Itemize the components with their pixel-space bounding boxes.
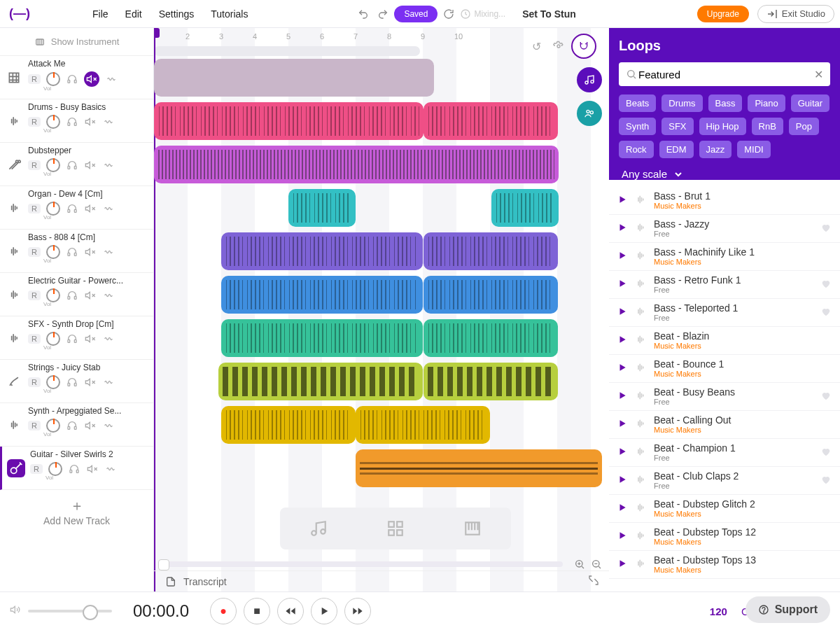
audio-clip[interactable] [356,449,602,487]
track-arm-button[interactable]: R [28,377,41,387]
track-row[interactable]: Bass - 808 4 [Cm] R Vol [0,230,153,273]
track-row[interactable]: Attack Me R Vol [0,56,153,99]
track-arm-button[interactable]: R [28,421,41,430]
track-volume-knob[interactable] [46,72,60,86]
audio-clip[interactable] [288,189,356,227]
track-volume-knob[interactable] [46,419,60,433]
menu-edit[interactable]: Edit [125,8,142,20]
track-row[interactable]: Drums - Busy Basics R Vol [0,99,153,143]
loop-item[interactable]: Bass - Machinify Like 1 Music Makers [609,243,840,271]
upgrade-button[interactable]: Upgrade [697,6,749,22]
tempo[interactable]: 120 [710,606,727,617]
track-volume-knob[interactable] [46,245,60,259]
loop-play-icon[interactable] [617,363,627,374]
loop-item[interactable]: Bass - Retro Funk 1 Free [609,271,840,299]
editor-piano-icon[interactable] [458,514,486,542]
audio-clip[interactable] [221,232,423,270]
loop-item[interactable]: Beat - Dubstep Glitch 2 Music Makers [609,495,840,523]
track-solo-icon[interactable] [66,202,78,215]
category-chip[interactable]: Rock [619,141,654,158]
track-fx-icon[interactable] [102,419,115,432]
category-chip[interactable]: Pop [789,118,819,135]
track-mute-icon[interactable] [84,332,97,345]
audio-clip[interactable] [424,276,558,314]
loop-item[interactable]: Beat - Blazin Music Makers [609,327,840,355]
favorite-icon[interactable] [820,222,832,236]
audio-clip[interactable] [424,319,558,357]
undo-icon[interactable] [355,6,372,22]
track-arm-button[interactable]: R [28,74,41,84]
category-chip[interactable]: Bass [708,94,743,112]
track-solo-icon[interactable] [66,159,78,172]
track-arm-button[interactable]: R [28,334,41,344]
loop-item[interactable]: Beat - Champion 1 Free [609,439,840,467]
loop-play-icon[interactable] [617,251,627,262]
track-row[interactable]: Organ - Dew 4 [Cm] R Vol [0,186,153,230]
loop-play-icon[interactable] [617,419,627,430]
track-mute-icon[interactable] [84,419,97,432]
master-volume-slider[interactable] [28,610,112,612]
rewind-button[interactable] [277,598,304,624]
track-fx-icon[interactable] [102,159,115,172]
audio-clip[interactable] [154,102,424,140]
track-arm-button[interactable]: R [28,290,41,300]
add-track-button[interactable]: ＋ Add New Track [0,490,153,532]
loops-search[interactable]: ✕ [619,62,830,86]
loop-item[interactable]: Beat - Dubstep Tops 13 Music Makers [609,551,840,579]
loop-play-icon[interactable] [617,195,627,206]
category-chip[interactable]: Synth [619,118,656,135]
track-fx-icon[interactable] [102,332,115,345]
track-row[interactable]: Electric Guitar - Powerc... R Vol [0,273,153,316]
play-button[interactable] [311,598,337,624]
track-volume-knob[interactable] [46,158,60,172]
category-chip[interactable]: Guitar [791,94,830,112]
loop-play-icon[interactable] [617,335,627,346]
track-volume-knob[interactable] [46,202,60,216]
category-chip[interactable]: EDM [659,141,694,158]
track-row[interactable]: Strings - Juicy Stab R Vol [0,360,153,403]
track-row[interactable]: Guitar - Silver Swirls 2 R Vol [0,447,153,490]
favorite-icon[interactable] [820,390,832,404]
track-solo-icon[interactable] [66,419,78,432]
favorite-icon[interactable] [820,474,832,488]
loop-play-icon[interactable] [617,559,627,570]
support-button[interactable]: Support [746,596,830,623]
track-solo-icon[interactable] [66,115,78,128]
track-solo-icon[interactable] [68,463,80,475]
loop-play-icon[interactable] [617,391,627,402]
category-chip[interactable]: RnB [752,118,783,135]
record-button[interactable]: ● [210,598,237,624]
audio-clip[interactable] [356,406,490,444]
loop-play-icon[interactable] [617,223,627,234]
track-arm-button[interactable]: R [28,160,41,170]
category-chip[interactable]: Piano [748,94,785,112]
loop-item[interactable]: Beat - Club Claps 2 Free [609,467,840,495]
audio-clip[interactable] [221,406,356,444]
track-arm-button[interactable]: R [28,117,41,127]
loop-item[interactable]: Beat - Busy Beans Free [609,383,840,411]
category-chip[interactable]: Beats [619,94,656,112]
menu-settings[interactable]: Settings [159,8,195,20]
track-fx-icon[interactable] [102,246,115,258]
track-volume-knob[interactable] [46,288,60,302]
track-mute-icon[interactable] [84,202,97,215]
stop-button[interactable]: ■ [244,598,270,624]
loops-panel-button[interactable] [577,67,602,92]
track-row[interactable]: Dubstepper R Vol [0,143,153,186]
category-chip[interactable]: Jazz [699,141,732,158]
category-chip[interactable]: Hip Hop [699,118,746,135]
menu-file[interactable]: File [92,8,108,20]
audio-clip[interactable] [424,102,558,140]
track-mute-icon[interactable] [84,376,97,388]
track-fx-icon[interactable] [102,289,115,302]
audio-clip[interactable] [221,319,423,357]
track-arm-button[interactable]: R [30,464,43,474]
track-fx-icon[interactable] [102,202,115,215]
track-mute-icon[interactable] [84,246,97,258]
loop-play-icon[interactable] [617,503,627,514]
track-row[interactable]: Synth - Arpeggiated Se... R Vol [0,403,153,447]
arranger-revert-icon[interactable]: ↺ [528,38,545,55]
expand-icon[interactable] [588,575,599,588]
menu-tutorials[interactable]: Tutorials [211,8,248,20]
audio-clip[interactable] [154,59,434,97]
